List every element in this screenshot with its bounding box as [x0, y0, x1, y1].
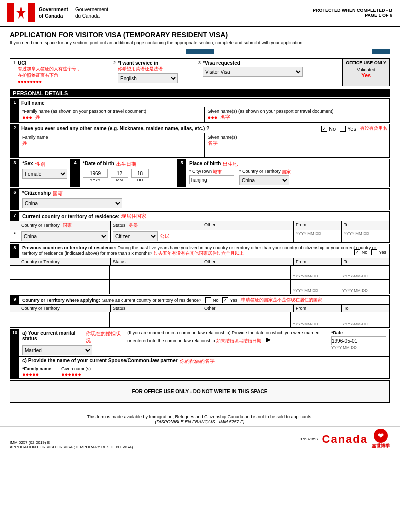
validated-value: Yes — [346, 72, 386, 78]
field-5-note: 出生地 — [223, 161, 238, 168]
uci-value: ●●●●●●●● — [18, 79, 81, 84]
field-1: 1 Full name *Family name (as shown on yo… — [10, 98, 390, 123]
col-status-label: Status — [113, 223, 126, 228]
visa-number: 3 — [198, 60, 201, 65]
country-note: 国家 — [282, 169, 291, 175]
field-9-no-label: No — [213, 298, 219, 303]
field-6-num: 6 — [10, 189, 20, 210]
family-name-label: *Family name (as shown on your passport … — [22, 109, 202, 114]
field-2: 2 Have you ever used any other name (e.g… — [10, 124, 390, 158]
field-10b-note: 如果结婚填写结婚日期 — [216, 338, 262, 343]
office-use-space: FOR OFFICE USE ONLY - DO NOT WRITE IN TH… — [10, 380, 390, 403]
pob-country-select[interactable]: China — [240, 175, 290, 185]
field-4-num: 4 — [71, 159, 80, 187]
office-use-cell: OFFICE USE ONLY Validated Yes — [342, 59, 390, 86]
given-name-note: 名字 — [220, 114, 230, 121]
field-2-family-note: 姓 — [22, 140, 28, 146]
field-8-label-bold: Previous countries or territory of resid… — [22, 245, 116, 250]
field-9-label: Country or Territory where applying: — [22, 298, 100, 303]
col-other-label: Other — [202, 221, 294, 230]
form-subtitle: If you need more space for any section, … — [10, 40, 390, 45]
citizenship-select[interactable]: China — [22, 198, 122, 208]
svg-rect-0 — [8, 3, 14, 22]
other-name-yes-checkbox[interactable] — [340, 126, 346, 132]
field-9-yes-checkbox[interactable]: ✓ — [222, 297, 228, 303]
sex-select[interactable]: Female Male — [22, 169, 68, 179]
col-to-label: To — [342, 221, 390, 230]
marital-status-select[interactable]: Married — [22, 345, 92, 355]
canada-flag-icon — [8, 3, 35, 23]
field-2-label: Have you ever used any other name (e.g. … — [22, 126, 210, 131]
form-number: 3763735S — [300, 437, 318, 441]
field-8: 8 Previous countries or territory of res… — [10, 244, 390, 294]
protected-label: PROTECTED WHEN COMPLETED - B PAGE 1 OF 6 — [313, 8, 392, 18]
svg-rect-1 — [28, 3, 35, 22]
field-10c-label: c) Provide the name of your current Spou… — [22, 358, 178, 365]
field-4-note: 出生日期 — [116, 161, 136, 168]
footer-bottom: IMM 5257 (02-2019) E APPLICATION FOR VIS… — [0, 426, 400, 451]
gov-name-fr: Gouvernement du Canada — [76, 6, 108, 19]
gov-name-en: Government of Canada — [39, 6, 68, 19]
field-3-label: *Sex — [22, 161, 34, 168]
field-7-note: 现居住国家 — [122, 213, 146, 220]
service-label: *I want service in — [118, 60, 178, 66]
field-2-given-note: 名字 — [208, 140, 218, 146]
field-3-note: 性别 — [36, 161, 46, 168]
field-5-label: Place of birth — [190, 161, 221, 168]
given-name-value: ●●● — [208, 114, 218, 120]
uci-row: 1 UCI 有过加拿大签证的人有这个号， 在护照签证页右下角 ●●●●●●●● … — [10, 58, 390, 86]
field-9-yes-label: Yes — [230, 298, 238, 303]
family-name-value: ●●● — [22, 114, 32, 120]
residence-country-select[interactable]: China — [22, 231, 108, 241]
field-9-sublabel: Same as current country or territory of … — [102, 298, 202, 303]
service-select[interactable]: English French — [118, 73, 178, 83]
field-9-no-checkbox[interactable] — [206, 297, 212, 303]
service-number: 2 — [114, 60, 116, 65]
given-name-label: Given name(s) (as shown on your passport… — [208, 109, 387, 114]
other-name-no-checkbox[interactable]: ✓ — [322, 126, 328, 132]
field-8-no-label: No — [362, 250, 368, 255]
footer-text: This form is made available by Immigrati… — [10, 414, 390, 419]
dob-yyyy-input[interactable] — [83, 169, 108, 178]
toolbar — [10, 49, 390, 54]
field-6: 6 *Citizenship 国籍 China — [10, 188, 390, 210]
field-8-yes-label: Yes — [379, 250, 386, 255]
yes-label: Yes — [348, 126, 356, 132]
field-3-num: 3 — [10, 159, 20, 187]
family-name-note: 姓 — [36, 114, 40, 121]
clear-form-button[interactable] — [372, 49, 390, 54]
marriage-date-input[interactable] — [332, 336, 386, 345]
field-2-note: 有没有曾用名 — [360, 125, 388, 132]
visa-cell: 3 *Visa requested Visitor Visa — [196, 59, 342, 86]
service-cell: 2 *I want service in 你希望用英语还是法语 English … — [110, 59, 196, 86]
dob-mm-input[interactable] — [111, 169, 128, 178]
field-10a-note: 你现在的婚姻状况 — [86, 330, 122, 344]
field-8-note: 过去五年有没有在其他国家居住过六个月以上 — [154, 251, 244, 256]
footer: This form is made available by Immigrati… — [0, 411, 400, 426]
city-note: 城市 — [213, 169, 222, 175]
field-10a-label: a) Your current marital status — [22, 330, 84, 344]
field-7: 7 Current country or territory of reside… — [10, 211, 390, 243]
city-label: * City/Town — [190, 169, 212, 175]
form-code: IMM 5257 (02-2019) E — [10, 440, 133, 445]
country-label: * Country or Territory — [240, 169, 281, 175]
visa-select[interactable]: Visitor Visa — [203, 67, 303, 77]
validate-button[interactable] — [186, 49, 214, 54]
field-1-label: Full name — [20, 99, 390, 107]
no-label: No — [329, 126, 336, 132]
dob-dd-input[interactable] — [132, 169, 149, 178]
city-input[interactable] — [190, 175, 234, 184]
field-9: 9 Country or Territory where applying: S… — [10, 295, 390, 328]
status-note: 公民 — [160, 233, 170, 240]
field-6-label: *Citizenship — [22, 190, 51, 197]
field-2-family-label: Family name — [22, 135, 202, 140]
col-country-note: 国家 — [63, 223, 72, 228]
col-country-label: Country or Territory — [22, 223, 60, 228]
jia-logo: ❤ 嘉世博学 — [372, 429, 390, 449]
header: Government of Canada Gouvernement du Can… — [0, 0, 400, 27]
field-10: 10 a) Your current marital status 你现在的婚姻… — [10, 329, 390, 379]
field-2-given-label: Given name(s) — [208, 135, 387, 140]
field-9-num: 9 — [10, 296, 20, 304]
uci-cell: 1 UCI 有过加拿大签证的人有这个号， 在护照签证页右下角 ●●●●●●●● — [10, 59, 110, 86]
residence-status-select[interactable]: Citizen — [113, 231, 158, 241]
